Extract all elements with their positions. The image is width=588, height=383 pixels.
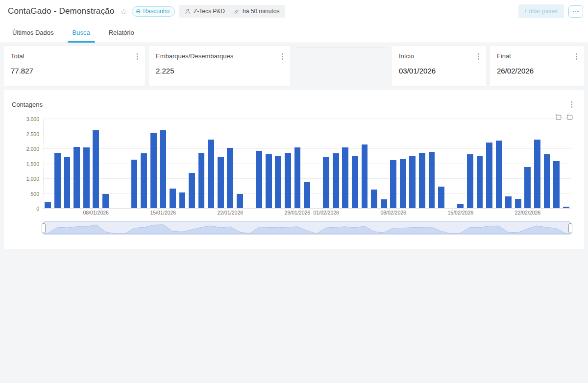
chart-plot: [43, 119, 571, 208]
x-tick-label: 15/01/2026: [141, 210, 185, 215]
more-options-button[interactable]: [568, 5, 583, 18]
bar: [400, 159, 406, 208]
gridline: [43, 208, 571, 209]
edit-panel-button[interactable]: Editar painel: [518, 4, 564, 18]
top-bar-actions: Editar painel: [518, 4, 583, 18]
card-total: Total 77.827: [4, 46, 145, 86]
bar: [505, 196, 512, 208]
bar: [54, 153, 61, 208]
tab-relatorio[interactable]: Relatório: [104, 23, 139, 43]
dashboard-content: Total 77.827 Embarques/Desembarques 2.22…: [0, 43, 588, 249]
bar: [304, 182, 310, 208]
owner-chip[interactable]: Z-Tecs P&D: [185, 8, 225, 15]
datazoom-slider[interactable]: [43, 221, 571, 235]
kebab-menu-icon[interactable]: [570, 100, 574, 109]
kebab-menu-icon[interactable]: [281, 52, 284, 61]
page-title: ContaGado - Demonstração: [8, 6, 114, 16]
pencil-icon: [234, 8, 240, 14]
card-value: 03/01/2026: [399, 67, 479, 75]
bar: [266, 154, 272, 208]
card-value: 77.827: [11, 67, 138, 75]
star-icon[interactable]: ☆: [120, 8, 126, 15]
x-tick-label: 15/02/2026: [439, 210, 483, 215]
bar: [237, 194, 243, 208]
tab-busca[interactable]: Busca: [68, 23, 95, 43]
draft-badge-label: Rascunho: [143, 8, 170, 15]
bar: [486, 143, 492, 208]
card-embarques-desembarques: Embarques/Desembarques 2.225: [149, 46, 290, 86]
bar: [150, 133, 157, 208]
y-tick-label: 500: [10, 191, 39, 197]
kebab-menu-icon[interactable]: [575, 52, 578, 61]
top-bar: ContaGado - Demonstração ☆ ⊖ Rascunho Z-…: [0, 0, 588, 23]
bar: [553, 161, 560, 208]
bar: [294, 147, 301, 208]
bar: [534, 140, 540, 208]
bar: [477, 156, 483, 208]
datazoom-area: [44, 222, 570, 235]
card-title: Início: [399, 52, 479, 60]
y-tick-label: 2.500: [10, 131, 39, 137]
bar: [208, 140, 214, 208]
bar: [131, 160, 138, 208]
x-tick-label: 08/02/2026: [371, 210, 416, 215]
bar: [419, 153, 425, 208]
card-value: 26/02/2026: [497, 67, 577, 75]
y-tick-label: 2.000: [10, 146, 39, 152]
x-tick-label: 22/02/2026: [506, 210, 550, 215]
kebab-menu-icon[interactable]: [477, 52, 480, 61]
y-tick-label: 1.500: [10, 161, 39, 167]
gridline: [43, 134, 571, 134]
bar: [381, 199, 387, 208]
bar: [371, 190, 377, 208]
draft-badge[interactable]: ⊖ Rascunho: [132, 6, 175, 17]
bar: [64, 157, 71, 208]
bar: [457, 204, 464, 208]
person-icon: [185, 8, 191, 14]
bar: [218, 157, 224, 208]
gridline: [43, 119, 571, 119]
y-tick-label: 3.000: [10, 116, 39, 122]
card-title: Total: [11, 52, 138, 60]
bar: [342, 147, 348, 208]
bar: [74, 147, 80, 208]
bar: [429, 152, 435, 208]
last-edited-chip[interactable]: há 50 minutos: [234, 8, 279, 15]
meta-chip-group: Z-Tecs P&D há 50 minutos: [179, 5, 285, 18]
card-value: 2.225: [156, 67, 283, 75]
bar: [524, 167, 531, 208]
slider-handle-right[interactable]: [568, 223, 572, 233]
tab-bar: Últimos Dados Busca Relatório: [0, 23, 588, 43]
draft-icon: ⊖: [136, 8, 141, 14]
bar: [563, 207, 569, 208]
bar: [544, 154, 550, 208]
owner-label: Z-Tecs P&D: [194, 8, 225, 15]
y-tick-label: 1.000: [10, 176, 39, 182]
bar: [93, 130, 99, 208]
slider-handle-left[interactable]: [42, 223, 46, 233]
bar: [141, 153, 147, 208]
bar: [83, 147, 90, 208]
tab-ultimos-dados[interactable]: Últimos Dados: [7, 23, 59, 43]
bar: [275, 156, 281, 208]
x-tick-label: 08/01/2026: [74, 210, 118, 215]
bar: [352, 156, 358, 208]
bar: [362, 144, 368, 209]
bar: [333, 153, 339, 208]
y-tick-label: 0: [10, 206, 39, 212]
panel-contagens: Contagens 05001.0001.5002.0002.5003.000 …: [4, 90, 584, 249]
placeholder-divider: [296, 47, 386, 48]
x-tick-label: 22/01/2026: [208, 210, 252, 215]
bar: [467, 154, 473, 208]
x-tick-label: 01/02/2026: [304, 210, 348, 215]
card-final: Final 26/02/2026: [490, 46, 584, 86]
bar: [390, 160, 396, 208]
kebab-menu-icon[interactable]: [136, 52, 139, 61]
bar: [179, 192, 186, 208]
bar: [45, 202, 51, 208]
bar: [438, 187, 444, 209]
bar: [102, 194, 109, 208]
ellipsis-icon: [573, 11, 574, 12]
bar: [170, 189, 176, 208]
bar: [285, 153, 291, 208]
